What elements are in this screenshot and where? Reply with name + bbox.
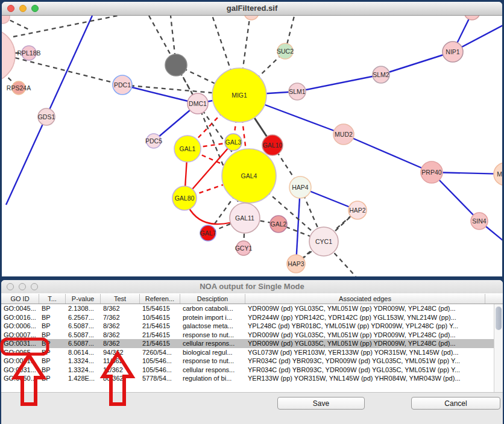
cell-type: BP <box>39 331 66 340</box>
save-button[interactable]: Save <box>277 397 365 410</box>
cell-description: regulation of bi... <box>180 374 245 383</box>
network-node[interactable] <box>244 16 259 20</box>
node-label: SLM2 <box>373 71 389 78</box>
network-window-titlebar[interactable]: galFiltered.sif <box>2 2 502 16</box>
cell-test: 94/362 <box>101 348 140 357</box>
cell-go_id: GO:0007... <box>1 331 39 340</box>
table-row[interactable]: GO:0031...BP6.5087...8/36221/54615cellul… <box>1 339 503 348</box>
cell-test: 80/362 <box>101 374 140 383</box>
node-label: DMC1 <box>189 100 207 107</box>
node-label: GAL11 <box>235 214 254 222</box>
cell-reference: 10/54615 <box>140 313 180 322</box>
table-row[interactable]: GO:0016...BP6.2567...7/36210/54615protei… <box>1 313 503 322</box>
cell-reference: 5778/54... <box>140 374 180 383</box>
cell-assoc: YGL073W (pd) YER103W, YER133W (pp) YOR31… <box>245 348 485 357</box>
node-label: MIG1 <box>232 92 247 99</box>
cell-p_value: 1.3324... <box>66 357 101 366</box>
node-label: CYC1 <box>315 238 332 245</box>
table-row[interactable]: GO:0065...BP8.0614...94/3627260/54...bio… <box>1 348 503 357</box>
table-header-row: GO IDT...P-valueTestReferen...Desciption… <box>1 293 503 304</box>
network-edge <box>297 75 381 92</box>
node-label: MUD2 <box>335 131 353 138</box>
node-label: MSL5 <box>497 170 502 178</box>
cell-test: 8/362 <box>101 304 140 313</box>
node-label: SLM1 <box>289 88 306 95</box>
column-header-t[interactable]: T... <box>39 294 66 304</box>
node-label: RPL18B <box>17 49 40 57</box>
cell-reference: 21/54615 <box>140 331 180 340</box>
table-row[interactable]: GO:0031...BP1.3324...11/362105/546...res… <box>1 357 503 366</box>
cell-reference: 21/54615 <box>140 322 180 331</box>
node-label: GAL4 <box>241 172 257 179</box>
cell-go_id: GO:0050... <box>1 374 39 383</box>
node-label: RPS24A <box>7 84 31 92</box>
column-header-desciption[interactable]: Desciption <box>180 294 245 304</box>
node-label: SIN4 <box>472 217 487 225</box>
cell-go_id: GO:0065... <box>1 348 39 357</box>
cell-assoc: YFR034C (pd) YBR093C, YDR009W (pd) YGL03… <box>245 357 485 366</box>
cell-p_value: 1.3324... <box>66 366 101 375</box>
cell-description: galactose meta... <box>180 322 245 331</box>
network-node[interactable] <box>2 16 10 23</box>
cell-type: BP <box>39 374 66 383</box>
node-label: GAL80 <box>175 195 195 202</box>
table-row[interactable]: GO:0007...BP6.5087...8/36221/54615respon… <box>1 331 503 340</box>
node-label: GDS1 <box>38 113 55 120</box>
node-label: GCY1 <box>235 245 253 252</box>
cell-reference: 7260/54... <box>140 348 180 357</box>
cell-assoc: YPL248C (pd) YBR018C, YML051W (pp) YDR00… <box>245 322 485 331</box>
cell-type: BP <box>39 313 66 322</box>
cell-go_id: GO:0031... <box>1 366 39 375</box>
cell-assoc: YDR009W (pd) YGL035C, YML051W (pp) YDR00… <box>245 304 485 313</box>
network-node[interactable] <box>464 16 480 20</box>
network-node[interactable] <box>165 54 187 76</box>
network-graph: RPL18BRPS24AGDS1PDC1DMC1MIG1SUC2SLM1SLM2… <box>2 16 502 276</box>
column-header-pvalue[interactable]: P-value <box>66 294 101 304</box>
network-canvas[interactable]: RPL18BRPS24AGDS1PDC1DMC1MIG1SUC2SLM1SLM2… <box>2 16 502 276</box>
network-window: galFiltered.sif RPL18BRPS24AGDS1PDC1DMC1… <box>2 2 502 276</box>
network-edge <box>122 85 198 104</box>
column-header-referen[interactable]: Referen... <box>140 294 180 304</box>
vertical-scrollbar[interactable] <box>494 304 503 392</box>
cell-assoc: YDR009W (pd) YGL035C, YML051W (pp) YDR00… <box>245 339 485 348</box>
noa-window-titlebar[interactable]: NOA output for Single Mode <box>1 280 503 294</box>
cell-description: cellular respons... <box>180 366 245 375</box>
table-row[interactable]: GO:0031...BP1.3324...11/362105/546...cel… <box>1 366 503 375</box>
cell-type: BP <box>39 357 66 366</box>
cell-reference: 105/546... <box>140 366 180 375</box>
column-header-associatededges[interactable]: Associated edges <box>245 294 485 304</box>
cell-description: carbon cataboli... <box>180 304 245 313</box>
cell-p_value: 6.5087... <box>66 331 101 340</box>
network-edge <box>344 134 432 172</box>
node-label: GAL10 <box>263 142 283 149</box>
cell-test: 8/362 <box>101 331 140 340</box>
table-row[interactable]: GO:0006...BP6.5087...8/36221/54615galact… <box>1 322 503 331</box>
cell-type: BP <box>39 304 66 313</box>
cell-go_id: GO:0031... <box>1 339 39 348</box>
cell-assoc: YFR034C (pd) YBR093C, YDR009W (pd) YGL03… <box>245 366 485 375</box>
table-row[interactable]: GO:0045...BP2.1308...8/36215/54615carbon… <box>1 304 503 313</box>
column-header-test[interactable]: Test <box>101 294 140 304</box>
cell-assoc: YER133W (pp) YOR315W, YNL145W (pd) YHR08… <box>245 374 485 383</box>
cell-reference: 105/546... <box>140 357 180 366</box>
network-node[interactable] <box>2 28 15 83</box>
node-label: HAP4 <box>292 184 309 191</box>
cell-go_id: GO:0006... <box>1 322 39 331</box>
cell-description: protein import i... <box>180 313 245 322</box>
node-label: GAL3 <box>225 139 242 146</box>
table-row[interactable]: GO:0050...BP1.428E...80/3625778/54...reg… <box>1 374 503 383</box>
cell-test: 7/362 <box>101 313 140 322</box>
cell-p_value: 1.428E... <box>66 374 101 383</box>
network-edge <box>15 58 122 85</box>
cell-test: 11/362 <box>101 366 140 375</box>
node-label: GAL7 <box>200 229 216 237</box>
column-header-goid[interactable]: GO ID <box>1 294 39 304</box>
cell-go_id: GO:0045... <box>1 304 39 313</box>
cell-go_id: GO:0016... <box>1 313 39 322</box>
cell-description: cellular respons... <box>180 339 245 348</box>
cell-assoc: YDR244W (pp) YDR142C, YDR142C (pp) YGL15… <box>245 313 485 322</box>
cell-type: BP <box>39 366 66 375</box>
table-body: GO:0045...BP2.1308...8/36215/54615carbon… <box>1 304 503 392</box>
cancel-button[interactable]: Cancel <box>411 397 500 410</box>
scrollbar-thumb[interactable] <box>496 307 502 330</box>
